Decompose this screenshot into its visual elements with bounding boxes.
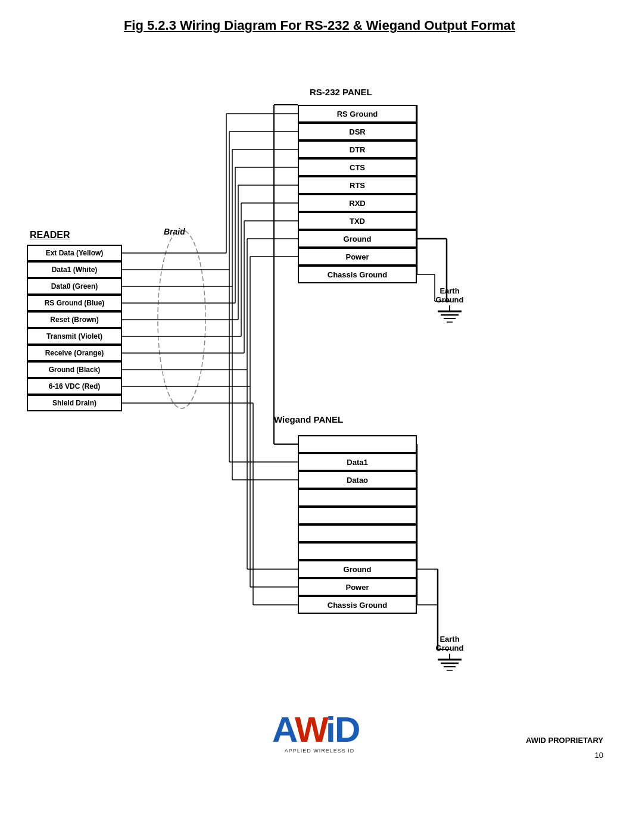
rs232-row-5: RXD: [298, 194, 417, 212]
rs232-row-0: RS Ground: [298, 105, 417, 123]
svg-text:A: A: [272, 711, 298, 747]
diagram-container: RS-232 PANEL RS Ground DSR DTR CTS RTS R…: [18, 51, 621, 766]
reader-row-2: Data0 (Green): [27, 278, 122, 295]
reader-row-8: 6-16 VDC (Red): [27, 378, 122, 395]
reader-row-0: Ext Data (Yellow): [27, 245, 122, 261]
rs232-row-1: DSR: [298, 123, 417, 140]
wiegand-row-4: [298, 507, 417, 524]
awid-logo-svg: A W i D: [272, 711, 367, 747]
reader-row-3: RS Ground (Blue): [27, 295, 122, 311]
rs232-row-4: RTS: [298, 176, 417, 194]
wiegand-row-6: [298, 542, 417, 560]
wiegand-row-9: Chassis Ground: [298, 596, 417, 614]
reader-row-5: Transmit (Violet): [27, 328, 122, 345]
page-number: 10: [595, 751, 603, 760]
awid-logo-letters: A W i D: [272, 711, 367, 747]
braid-label: Braid: [164, 227, 185, 236]
awid-sub-text: APPLIED WIRELESS ID: [285, 748, 355, 754]
page: Fig 5.2.3 Wiring Diagram For RS-232 & Wi…: [0, 0, 639, 840]
reader-row-1: Data1 (White): [27, 261, 122, 278]
earth-ground-rs232-text: EarthGround: [435, 286, 465, 304]
rs232-row-8: Power: [298, 248, 417, 266]
wiegand-row-0: [298, 435, 417, 453]
footer-logo: A W i D APPLIED WIRELESS ID: [272, 711, 367, 754]
wiegand-row-2: Datao: [298, 471, 417, 489]
wiegand-row-3: [298, 489, 417, 507]
rs232-row-2: DTR: [298, 140, 417, 158]
rs232-row-3: CTS: [298, 158, 417, 176]
rs232-panel-label: RS-232 PANEL: [310, 87, 372, 97]
rs232-row-7: Ground: [298, 230, 417, 248]
proprietary-text: AWID PROPRIETARY: [526, 736, 603, 745]
rs232-row-9: Chassis Ground: [298, 266, 417, 283]
wiegand-row-7: Ground: [298, 560, 417, 578]
wiegand-row-8: Power: [298, 578, 417, 596]
earth-ground-wiegand-text: EarthGround: [435, 635, 465, 652]
wiegand-row-5: [298, 524, 417, 542]
svg-text:D: D: [335, 711, 360, 747]
reader-row-9: Shield Drain): [27, 395, 122, 411]
reader-row-4: Reset (Brown): [27, 311, 122, 328]
wiegand-panel-label: Wiegand PANEL: [274, 414, 343, 424]
svg-point-10: [158, 230, 205, 408]
earth-ground-wiegand: EarthGround: [435, 635, 465, 673]
rs232-row-6: TXD: [298, 212, 417, 230]
wiegand-row-1: Data1: [298, 453, 417, 471]
awid-logo: A W i D APPLIED WIRELESS ID: [272, 711, 367, 754]
reader-row-7: Ground (Black): [27, 361, 122, 378]
reader-label: READER: [30, 230, 70, 241]
page-title: Fig 5.2.3 Wiring Diagram For RS-232 & Wi…: [18, 18, 621, 33]
reader-row-6: Receive (Orange): [27, 345, 122, 361]
earth-ground-rs232: EarthGround: [435, 286, 465, 325]
svg-text:W: W: [295, 711, 329, 747]
